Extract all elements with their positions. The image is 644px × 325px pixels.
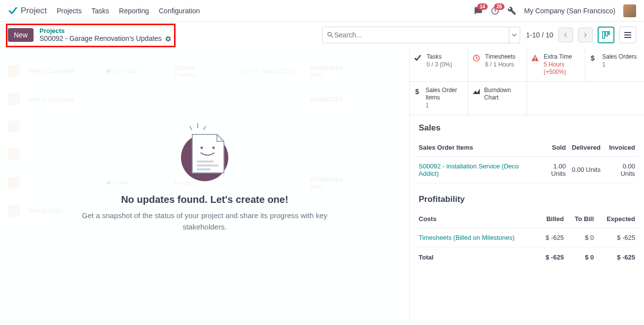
profitability-heading: Profitability: [410, 187, 644, 210]
svg-rect-2: [606, 32, 608, 36]
svg-rect-3: [608, 32, 609, 34]
stat-so-items[interactable]: $ Sales Order Items1: [410, 82, 468, 115]
messages-badge: 14: [477, 3, 488, 10]
svg-text:$: $: [591, 54, 595, 62]
warning-icon: [531, 54, 540, 62]
sales-item-link[interactable]: S00092 - installation Service (Deco Addi…: [416, 156, 535, 183]
view-list[interactable]: [619, 27, 636, 43]
stat-sales-orders[interactable]: $ Sales Orders1: [585, 48, 644, 82]
app-name: Project: [21, 6, 47, 16]
control-row: New Projects S00092 - Garage Renovation'…: [0, 22, 644, 48]
cost-row: Timesheets (Billed on Milestones) $ -625…: [416, 228, 638, 247]
svg-rect-14: [535, 60, 536, 61]
svg-rect-1: [603, 32, 605, 38]
search-dropdown[interactable]: [509, 27, 520, 43]
chart-icon: [472, 88, 480, 96]
clock-icon: [472, 54, 481, 62]
nav-reporting[interactable]: Reporting: [119, 7, 149, 15]
sales-row: S00092 - installation Service (Deco Addi…: [416, 156, 638, 183]
nav-projects[interactable]: Projects: [57, 7, 82, 15]
navbar: Project Projects Tasks Reporting Configu…: [0, 0, 644, 22]
messages-icon[interactable]: 14: [474, 6, 483, 15]
nav-configuration[interactable]: Configuration: [159, 7, 200, 15]
svg-text:$: $: [415, 88, 419, 96]
view-kanban[interactable]: [598, 27, 614, 43]
svg-point-7: [201, 147, 203, 149]
svg-rect-10: [197, 164, 218, 166]
stat-tasks[interactable]: Tasks0 / 3 (0%): [410, 48, 468, 82]
tools-icon[interactable]: [507, 6, 516, 15]
cost-link[interactable]: Timesheets (Billed on Milestones): [416, 228, 538, 247]
stat-timesheets[interactable]: Timesheets6 / 1 Hours: [468, 48, 527, 82]
empty-state-icon: [170, 117, 239, 186]
breadcrumb-title: S00092 - Garage Renovation's Updates: [39, 34, 162, 43]
pager-range[interactable]: 1-10 / 10: [526, 31, 553, 39]
empty-state: No updates found. Let's create one! Get …: [67, 117, 343, 232]
search-input[interactable]: [334, 31, 505, 39]
activities-badge: 28: [494, 3, 504, 10]
gear-icon[interactable]: [165, 35, 172, 42]
empty-title: No updates found. Let's create one!: [67, 194, 343, 205]
stat-extra-time[interactable]: Extra Time5 Hours(+500%): [527, 48, 586, 82]
total-row: Total $ -625 $ 0 $ -625: [416, 247, 638, 267]
side-panel: Tasks0 / 3 (0%) Timesheets6 / 1 Hours Ex…: [409, 48, 644, 322]
svg-point-8: [213, 147, 215, 149]
svg-rect-13: [535, 57, 536, 59]
breadcrumb-parent[interactable]: Projects: [39, 27, 172, 35]
user-avatar[interactable]: [623, 4, 636, 17]
company-selector[interactable]: My Company (San Francisco): [524, 7, 615, 15]
svg-rect-11: [197, 168, 211, 170]
activities-icon[interactable]: 28: [491, 6, 500, 15]
profitability-table: Costs Billed To Bill Expected Timesheets…: [416, 210, 638, 267]
svg-rect-9: [197, 161, 214, 162]
stat-burndown[interactable]: Burndown Chart: [468, 82, 527, 115]
sales-heading: Sales: [410, 115, 644, 139]
check-icon: [414, 54, 423, 62]
empty-subtitle: Get a snapshot of the status of your pro…: [67, 210, 343, 232]
app-logo[interactable]: Project: [8, 6, 47, 16]
new-button[interactable]: New: [8, 28, 34, 42]
dollar-icon: $: [414, 88, 422, 96]
sales-table: Sales Order Items Sold Delivered Invoice…: [416, 139, 638, 184]
pager-next[interactable]: [578, 28, 593, 42]
search-icon: [326, 31, 334, 39]
nav-tasks[interactable]: Tasks: [92, 7, 109, 15]
search-box[interactable]: [322, 27, 509, 43]
updates-list-pane: Henry CampbellOn Hold2162%Progress23 / 2…: [0, 48, 409, 322]
breadcrumb: Projects S00092 - Garage Renovation's Up…: [39, 27, 172, 43]
pager-prev[interactable]: [558, 28, 573, 42]
dollar-icon: $: [589, 54, 598, 62]
